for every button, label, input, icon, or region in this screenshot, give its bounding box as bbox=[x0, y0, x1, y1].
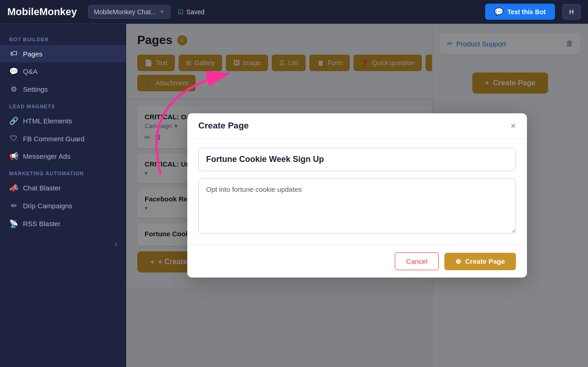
chevron-down-icon: ▼ bbox=[160, 9, 164, 14]
test-bot-button[interactable]: 💬 Test this Bot bbox=[485, 4, 555, 20]
modal-overlay: Create Page × Opt into fortune cookie up… bbox=[126, 24, 588, 367]
lead-magnets-section-label: LEAD MAGNETS bbox=[0, 98, 126, 112]
modal-body: Opt into fortune cookie updates bbox=[187, 139, 527, 245]
sidebar-item-label: HTML Elements bbox=[23, 117, 72, 125]
sidebar-item-label: Q&A bbox=[23, 67, 38, 75]
fb-comment-guard-icon: 🛡 bbox=[9, 134, 18, 143]
settings-icon: ⚙ bbox=[9, 85, 18, 94]
create-page-modal-label: Create Page bbox=[465, 257, 505, 265]
sidebar: BOT BUILDER 🏷 Pages 💬 Q&A ⚙ Settings LEA… bbox=[0, 24, 126, 367]
html-elements-icon: 🔗 bbox=[9, 117, 18, 125]
sidebar-item-html-elements[interactable]: 🔗 HTML Elements bbox=[0, 112, 126, 130]
modal-close-button[interactable]: × bbox=[510, 121, 516, 130]
content-area: Pages i 📄 Text ⊞ Gallery 🖼 Image ☰ bbox=[126, 24, 588, 367]
sidebar-item-label: Settings bbox=[23, 85, 48, 93]
sidebar-item-rss-blaster[interactable]: 📡 RSS Blaster bbox=[0, 215, 126, 233]
saved-badge: Saved bbox=[178, 8, 205, 16]
page-description-input[interactable]: Opt into fortune cookie updates bbox=[198, 178, 516, 234]
nav-dropdown-label: MobileMonkey Chat... bbox=[94, 8, 156, 16]
nav-dropdown[interactable]: MobileMonkey Chat... ▼ bbox=[88, 5, 170, 19]
sidebar-item-messenger-ads[interactable]: 📢 Messenger Ads bbox=[0, 147, 126, 165]
modal-header: Create Page × bbox=[187, 113, 527, 139]
plus-circle-icon: ⊕ bbox=[455, 257, 461, 266]
sidebar-item-label: FB Comment Guard bbox=[23, 135, 84, 143]
sidebar-bottom: ‹ bbox=[0, 233, 126, 256]
sidebar-item-pages[interactable]: 🏷 Pages bbox=[0, 45, 126, 62]
cancel-button[interactable]: Cancel bbox=[395, 252, 439, 270]
sidebar-item-qa[interactable]: 💬 Q&A bbox=[0, 62, 126, 80]
sidebar-item-label: RSS Blaster bbox=[23, 220, 61, 228]
modal-create-page-button[interactable]: ⊕ Create Page bbox=[444, 253, 516, 270]
sidebar-item-label: Pages bbox=[23, 50, 43, 58]
create-page-modal: Create Page × Opt into fortune cookie up… bbox=[187, 113, 527, 278]
chat-blaster-icon: 📣 bbox=[9, 184, 18, 192]
sidebar-item-chat-blaster[interactable]: 📣 Chat Blaster bbox=[0, 179, 126, 197]
bot-builder-section-label: BOT BUILDER bbox=[0, 31, 126, 45]
sidebar-item-fb-comment-guard[interactable]: 🛡 FB Comment Guard bbox=[0, 130, 126, 147]
modal-title: Create Page bbox=[198, 121, 249, 131]
test-bot-label: Test this Bot bbox=[507, 8, 546, 16]
modal-footer: Cancel ⊕ Create Page bbox=[187, 245, 527, 278]
qa-icon: 💬 bbox=[9, 67, 18, 76]
page-name-input[interactable] bbox=[198, 148, 516, 171]
app-logo: MobileMonkey bbox=[7, 6, 77, 18]
messenger-icon: 💬 bbox=[494, 7, 504, 16]
marketing-automation-section-label: MARKETING AUTOMATION bbox=[0, 165, 126, 179]
main-layout: BOT BUILDER 🏷 Pages 💬 Q&A ⚙ Settings LEA… bbox=[0, 24, 588, 367]
saved-label: Saved bbox=[186, 8, 205, 16]
sidebar-item-drip-campaigns[interactable]: ✏ Drip Campaigns bbox=[0, 197, 126, 215]
h-button[interactable]: H bbox=[562, 4, 581, 20]
sidebar-item-settings[interactable]: ⚙ Settings bbox=[0, 80, 126, 98]
rss-blaster-icon: 📡 bbox=[9, 219, 18, 228]
sidebar-item-label: Drip Campaigns bbox=[23, 202, 73, 210]
top-nav: MobileMonkey MobileMonkey Chat... ▼ Save… bbox=[0, 0, 588, 24]
drip-campaigns-icon: ✏ bbox=[9, 201, 18, 210]
pages-icon: 🏷 bbox=[9, 50, 18, 58]
messenger-ads-icon: 📢 bbox=[9, 152, 18, 161]
collapse-sidebar-button[interactable]: ‹ bbox=[115, 240, 117, 248]
sidebar-item-label: Messenger Ads bbox=[23, 152, 70, 160]
sidebar-item-label: Chat Blaster bbox=[23, 184, 61, 192]
